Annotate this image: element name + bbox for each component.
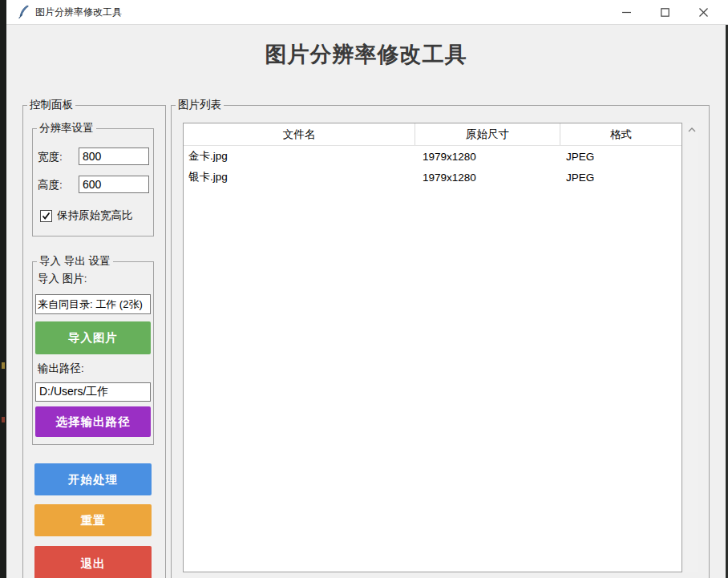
import-export-settings-frame: 导入 导出 设置 导入 图片: 导入图片 输出路径: 选择输出路径	[32, 261, 154, 445]
keep-aspect-ratio-row: 保持原始宽高比	[40, 208, 133, 223]
cell-format: JPEG	[560, 146, 681, 167]
resolution-settings-label: 分辨率设置	[37, 121, 96, 135]
control-panel-frame: 控制面板 分辨率设置 宽度: 高度: 保持原始宽高比 导入 导出 设置 导入 图…	[22, 105, 166, 578]
cell-original-size: 1979x1280	[415, 146, 560, 167]
maximize-icon	[661, 8, 669, 17]
cell-filename: 金卡.jpg	[184, 146, 415, 167]
start-processing-button[interactable]: 开始处理	[34, 463, 152, 495]
image-table-header: 文件名 原始尺寸 格式	[184, 123, 681, 146]
output-path-input[interactable]	[35, 382, 151, 402]
keep-aspect-ratio-checkbox[interactable]	[40, 210, 52, 222]
table-row[interactable]: 金卡.jpg 1979x1280 JPEG	[184, 146, 681, 167]
window-title: 图片分辨率修改工具	[35, 0, 122, 24]
checkmark-icon	[42, 212, 51, 220]
column-header-format[interactable]: 格式	[560, 123, 681, 145]
close-button[interactable]	[685, 0, 722, 24]
control-panel-frame-label: 控制面板	[27, 98, 75, 112]
cell-format: JPEG	[560, 167, 681, 188]
choose-output-path-button[interactable]: 选择输出路径	[35, 406, 151, 437]
maximize-button[interactable]	[646, 0, 683, 24]
reset-button[interactable]: 重置	[34, 504, 152, 536]
desktop-background-left	[0, 0, 6, 578]
height-input[interactable]	[79, 176, 149, 193]
keep-aspect-ratio-label: 保持原始宽高比	[57, 208, 133, 223]
import-images-label: 导入 图片:	[38, 272, 87, 286]
column-header-original-size[interactable]: 原始尺寸	[415, 123, 560, 145]
minimize-icon	[622, 8, 631, 17]
titlebar: 图片分辨率修改工具	[6, 0, 728, 25]
width-input[interactable]	[79, 148, 149, 165]
desktop-speck	[2, 362, 5, 369]
minimize-button[interactable]	[608, 0, 645, 24]
image-list-frame-label: 图片列表	[176, 98, 224, 112]
resolution-settings-frame: 分辨率设置 宽度: 高度: 保持原始宽高比	[32, 128, 154, 236]
import-export-settings-label: 导入 导出 设置	[37, 254, 113, 269]
python-feather-icon	[18, 5, 30, 19]
cell-original-size: 1979x1280	[415, 167, 560, 188]
output-path-label: 输出路径:	[38, 362, 84, 376]
width-label: 宽度:	[38, 150, 63, 164]
page-title: 图片分辨率修改工具	[6, 40, 726, 69]
vertical-scrollbar[interactable]	[685, 123, 698, 572]
desktop-speck	[2, 417, 5, 422]
import-source-input[interactable]	[35, 294, 151, 314]
exit-button[interactable]: 退出	[34, 546, 152, 578]
table-row[interactable]: 银卡.jpg 1979x1280 JPEG	[184, 167, 681, 188]
image-list-frame: 图片列表 文件名 原始尺寸 格式 金卡.jpg 1979x1280 JPEG 银…	[171, 105, 710, 578]
cell-filename: 银卡.jpg	[184, 167, 415, 188]
image-table: 文件名 原始尺寸 格式 金卡.jpg 1979x1280 JPEG 银卡.jpg…	[183, 123, 682, 572]
scroll-up-button[interactable]	[685, 123, 698, 136]
height-label: 高度:	[38, 178, 63, 192]
import-images-button[interactable]: 导入图片	[35, 321, 151, 354]
chevron-up-icon	[688, 127, 696, 132]
column-header-filename[interactable]: 文件名	[184, 123, 415, 145]
close-icon	[699, 8, 708, 17]
